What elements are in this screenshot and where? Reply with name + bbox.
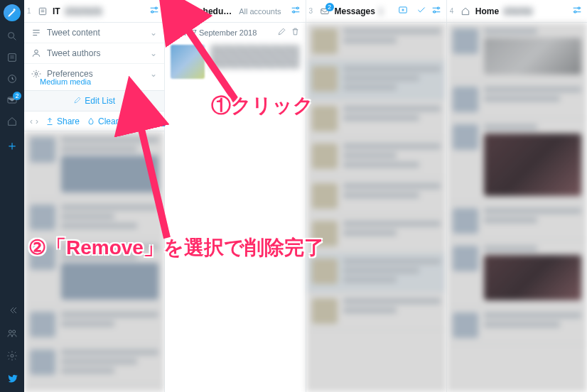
chevron-down-icon: ⌄: [150, 28, 157, 38]
twitter-icon: [6, 373, 18, 384]
chevron-down-icon: ⌄: [150, 69, 157, 79]
edit-scheduled-button[interactable]: [277, 27, 286, 38]
message-item[interactable]: [306, 178, 446, 215]
settings-button[interactable]: [0, 347, 24, 365]
column-feed[interactable]: [306, 23, 446, 392]
tweet-item[interactable]: [447, 240, 587, 307]
filter-label: Tweet authors: [47, 48, 100, 58]
tweet-item[interactable]: [447, 23, 587, 81]
move-right-button[interactable]: ›: [36, 116, 38, 126]
expand-sidebar-button[interactable]: [0, 301, 24, 320]
column-title: Home: [475, 6, 499, 16]
annotation-arrow-2: [117, 110, 203, 247]
compose-icon: [7, 8, 17, 18]
move-left-button[interactable]: ‹: [30, 116, 33, 126]
list-icon: [6, 52, 18, 63]
column-number: 4: [450, 7, 456, 15]
people-icon: [6, 327, 18, 339]
column-header[interactable]: 4 Home: [447, 0, 587, 23]
sidebar-list[interactable]: [0, 47, 24, 68]
column-title: Messages: [335, 6, 375, 16]
message-item[interactable]: [306, 293, 446, 330]
pencil-icon: [73, 96, 82, 104]
envelope-icon: 2: [319, 6, 330, 17]
svg-rect-1: [9, 54, 16, 62]
svg-point-18: [433, 11, 436, 13]
message-item[interactable]: [306, 215, 446, 253]
column-settings-toggle[interactable]: [290, 4, 301, 18]
svg-point-4: [9, 330, 11, 333]
blurred-text: [65, 7, 102, 16]
filter-tweet-content[interactable]: Tweet content ⌄: [24, 23, 164, 43]
sidebar: 2 ＋: [0, 0, 24, 392]
home-icon: [6, 116, 18, 127]
clock-icon: [6, 73, 18, 85]
column-header[interactable]: 3 2 Messages: [306, 0, 446, 23]
search-icon: [6, 31, 18, 42]
blurred-text: [379, 7, 382, 16]
compose-button[interactable]: [4, 4, 21, 21]
delete-scheduled-button[interactable]: [291, 27, 300, 38]
svg-point-17: [437, 7, 439, 9]
column-number: 3: [309, 7, 315, 15]
column-header[interactable]: 1 IT: [24, 0, 164, 23]
droplet-icon: [87, 117, 95, 126]
message-item[interactable]: [306, 100, 446, 138]
chevron-down-icon: ⌄: [150, 48, 157, 58]
tweet-item[interactable]: [447, 81, 587, 119]
annotation-arrow-1: [171, 13, 256, 114]
add-column-button[interactable]: ＋: [0, 135, 24, 156]
blurred-text: [503, 7, 533, 16]
column-title: IT: [53, 6, 60, 16]
messages-badge: 2: [325, 3, 334, 11]
user-icon: [31, 48, 41, 58]
column-settings-toggle[interactable]: [431, 4, 442, 18]
accounts-button[interactable]: [0, 324, 24, 342]
svg-point-11: [35, 72, 38, 75]
column-settings-toggle[interactable]: [149, 4, 160, 18]
messages-badge: 2: [13, 92, 21, 100]
tweet-item[interactable]: [24, 306, 164, 344]
mark-read-button[interactable]: [416, 5, 426, 17]
tweet-item[interactable]: [447, 307, 587, 344]
sidebar-search[interactable]: [0, 26, 24, 47]
filter-tweet-authors[interactable]: Tweet authors ⌄: [24, 43, 164, 64]
message-item[interactable]: [306, 253, 446, 293]
svg-point-6: [11, 354, 14, 357]
chevrons-icon: [6, 305, 18, 316]
gear-icon: [6, 350, 18, 361]
tweet-item[interactable]: [24, 239, 164, 306]
edit-list-button[interactable]: Edit List: [24, 90, 164, 111]
sidebar-messages[interactable]: 2: [0, 89, 24, 111]
twitter-account[interactable]: [0, 369, 24, 388]
sidebar-scheduled[interactable]: [0, 68, 24, 89]
svg-point-19: [578, 7, 580, 9]
preferences-value: Medium media: [40, 77, 164, 90]
column-settings-toggle[interactable]: [571, 4, 583, 18]
message-item[interactable]: [306, 23, 446, 60]
message-item[interactable]: [306, 138, 446, 178]
columns: 1 IT Tweet content ⌄ Tweet authors ⌄: [24, 0, 587, 392]
share-button[interactable]: Share: [45, 116, 80, 126]
list-icon: [37, 6, 48, 17]
svg-point-14: [293, 11, 295, 13]
tweet-item[interactable]: [447, 119, 587, 202]
column-3: 3 2 Messages: [306, 0, 447, 392]
column-feed[interactable]: [447, 23, 587, 392]
filter-label: Tweet content: [47, 28, 100, 38]
content-icon: [31, 28, 41, 38]
share-icon: [45, 117, 54, 126]
sidebar-home[interactable]: [0, 111, 24, 132]
clear-button[interactable]: Clear: [87, 116, 119, 126]
compose-message-button[interactable]: [398, 5, 408, 17]
tweet-item[interactable]: [24, 344, 164, 383]
column-4: 4 Home: [447, 0, 587, 392]
svg-point-20: [574, 11, 576, 13]
svg-point-5: [13, 330, 16, 333]
svg-point-8: [156, 7, 158, 9]
column-move-nav: ‹ ›: [30, 116, 38, 126]
svg-point-10: [35, 50, 38, 53]
message-item[interactable]: [306, 60, 446, 100]
tweet-item[interactable]: [447, 202, 587, 240]
svg-point-0: [9, 33, 14, 38]
